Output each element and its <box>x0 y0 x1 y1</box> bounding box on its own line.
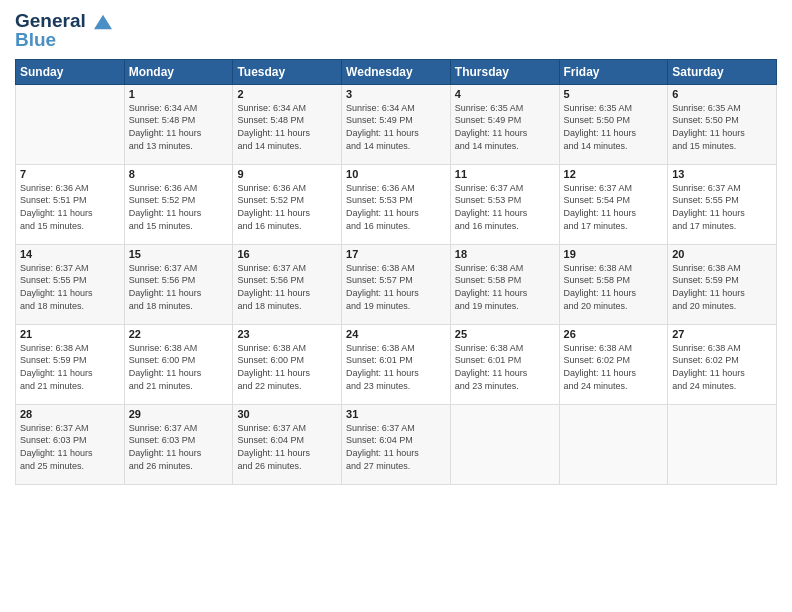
calendar-cell: 19Sunrise: 6:38 AMSunset: 5:58 PMDayligh… <box>559 244 668 324</box>
day-info: Sunrise: 6:37 AMSunset: 5:55 PMDaylight:… <box>672 182 772 232</box>
weekday-header-sunday: Sunday <box>16 59 125 84</box>
day-number: 20 <box>672 248 772 260</box>
logo-blue: Blue <box>15 29 114 51</box>
calendar-cell: 11Sunrise: 6:37 AMSunset: 5:53 PMDayligh… <box>450 164 559 244</box>
day-number: 28 <box>20 408 120 420</box>
week-row-3: 14Sunrise: 6:37 AMSunset: 5:55 PMDayligh… <box>16 244 777 324</box>
weekday-header-wednesday: Wednesday <box>342 59 451 84</box>
calendar-cell: 3Sunrise: 6:34 AMSunset: 5:49 PMDaylight… <box>342 84 451 164</box>
weekday-header-saturday: Saturday <box>668 59 777 84</box>
day-info: Sunrise: 6:38 AMSunset: 5:58 PMDaylight:… <box>564 262 664 312</box>
weekday-header-tuesday: Tuesday <box>233 59 342 84</box>
day-info: Sunrise: 6:36 AMSunset: 5:52 PMDaylight:… <box>237 182 337 232</box>
day-number: 24 <box>346 328 446 340</box>
day-number: 22 <box>129 328 229 340</box>
calendar-cell: 18Sunrise: 6:38 AMSunset: 5:58 PMDayligh… <box>450 244 559 324</box>
day-number: 30 <box>237 408 337 420</box>
page: General Blue SundayMondayTuesdayWednesda… <box>0 0 792 612</box>
calendar-cell <box>668 404 777 484</box>
weekday-header-friday: Friday <box>559 59 668 84</box>
calendar-cell: 13Sunrise: 6:37 AMSunset: 5:55 PMDayligh… <box>668 164 777 244</box>
day-info: Sunrise: 6:37 AMSunset: 5:56 PMDaylight:… <box>237 262 337 312</box>
week-row-1: 1Sunrise: 6:34 AMSunset: 5:48 PMDaylight… <box>16 84 777 164</box>
calendar-cell: 24Sunrise: 6:38 AMSunset: 6:01 PMDayligh… <box>342 324 451 404</box>
day-number: 9 <box>237 168 337 180</box>
calendar-cell: 23Sunrise: 6:38 AMSunset: 6:00 PMDayligh… <box>233 324 342 404</box>
calendar-table: SundayMondayTuesdayWednesdayThursdayFrid… <box>15 59 777 485</box>
calendar-cell: 30Sunrise: 6:37 AMSunset: 6:04 PMDayligh… <box>233 404 342 484</box>
day-info: Sunrise: 6:38 AMSunset: 5:59 PMDaylight:… <box>20 342 120 392</box>
day-info: Sunrise: 6:37 AMSunset: 6:03 PMDaylight:… <box>20 422 120 472</box>
day-number: 31 <box>346 408 446 420</box>
calendar-cell: 31Sunrise: 6:37 AMSunset: 6:04 PMDayligh… <box>342 404 451 484</box>
day-info: Sunrise: 6:36 AMSunset: 5:53 PMDaylight:… <box>346 182 446 232</box>
calendar-cell: 27Sunrise: 6:38 AMSunset: 6:02 PMDayligh… <box>668 324 777 404</box>
calendar-cell: 5Sunrise: 6:35 AMSunset: 5:50 PMDaylight… <box>559 84 668 164</box>
day-info: Sunrise: 6:35 AMSunset: 5:49 PMDaylight:… <box>455 102 555 152</box>
day-number: 18 <box>455 248 555 260</box>
day-info: Sunrise: 6:38 AMSunset: 6:00 PMDaylight:… <box>129 342 229 392</box>
day-number: 21 <box>20 328 120 340</box>
day-info: Sunrise: 6:38 AMSunset: 6:01 PMDaylight:… <box>455 342 555 392</box>
week-row-2: 7Sunrise: 6:36 AMSunset: 5:51 PMDaylight… <box>16 164 777 244</box>
day-number: 4 <box>455 88 555 100</box>
day-number: 23 <box>237 328 337 340</box>
day-info: Sunrise: 6:38 AMSunset: 5:59 PMDaylight:… <box>672 262 772 312</box>
calendar-header: SundayMondayTuesdayWednesdayThursdayFrid… <box>16 59 777 84</box>
day-info: Sunrise: 6:37 AMSunset: 5:54 PMDaylight:… <box>564 182 664 232</box>
day-info: Sunrise: 6:38 AMSunset: 6:02 PMDaylight:… <box>672 342 772 392</box>
day-number: 26 <box>564 328 664 340</box>
calendar-cell: 16Sunrise: 6:37 AMSunset: 5:56 PMDayligh… <box>233 244 342 324</box>
svg-marker-0 <box>94 15 112 29</box>
weekday-header-thursday: Thursday <box>450 59 559 84</box>
calendar-cell: 10Sunrise: 6:36 AMSunset: 5:53 PMDayligh… <box>342 164 451 244</box>
day-number: 16 <box>237 248 337 260</box>
day-info: Sunrise: 6:38 AMSunset: 6:02 PMDaylight:… <box>564 342 664 392</box>
calendar-cell: 15Sunrise: 6:37 AMSunset: 5:56 PMDayligh… <box>124 244 233 324</box>
day-info: Sunrise: 6:38 AMSunset: 6:00 PMDaylight:… <box>237 342 337 392</box>
calendar-cell: 4Sunrise: 6:35 AMSunset: 5:49 PMDaylight… <box>450 84 559 164</box>
calendar-cell: 2Sunrise: 6:34 AMSunset: 5:48 PMDaylight… <box>233 84 342 164</box>
calendar-cell: 9Sunrise: 6:36 AMSunset: 5:52 PMDaylight… <box>233 164 342 244</box>
day-number: 6 <box>672 88 772 100</box>
calendar-body: 1Sunrise: 6:34 AMSunset: 5:48 PMDaylight… <box>16 84 777 484</box>
day-number: 7 <box>20 168 120 180</box>
calendar-cell: 8Sunrise: 6:36 AMSunset: 5:52 PMDaylight… <box>124 164 233 244</box>
calendar-cell: 26Sunrise: 6:38 AMSunset: 6:02 PMDayligh… <box>559 324 668 404</box>
calendar-cell: 22Sunrise: 6:38 AMSunset: 6:00 PMDayligh… <box>124 324 233 404</box>
calendar-cell <box>16 84 125 164</box>
day-info: Sunrise: 6:38 AMSunset: 5:58 PMDaylight:… <box>455 262 555 312</box>
day-number: 11 <box>455 168 555 180</box>
day-info: Sunrise: 6:37 AMSunset: 6:04 PMDaylight:… <box>346 422 446 472</box>
day-info: Sunrise: 6:34 AMSunset: 5:48 PMDaylight:… <box>237 102 337 152</box>
day-number: 10 <box>346 168 446 180</box>
calendar-cell: 20Sunrise: 6:38 AMSunset: 5:59 PMDayligh… <box>668 244 777 324</box>
week-row-4: 21Sunrise: 6:38 AMSunset: 5:59 PMDayligh… <box>16 324 777 404</box>
day-info: Sunrise: 6:37 AMSunset: 5:53 PMDaylight:… <box>455 182 555 232</box>
weekday-row: SundayMondayTuesdayWednesdayThursdayFrid… <box>16 59 777 84</box>
calendar-cell: 28Sunrise: 6:37 AMSunset: 6:03 PMDayligh… <box>16 404 125 484</box>
day-info: Sunrise: 6:35 AMSunset: 5:50 PMDaylight:… <box>672 102 772 152</box>
calendar-cell: 25Sunrise: 6:38 AMSunset: 6:01 PMDayligh… <box>450 324 559 404</box>
calendar-cell: 21Sunrise: 6:38 AMSunset: 5:59 PMDayligh… <box>16 324 125 404</box>
day-info: Sunrise: 6:37 AMSunset: 5:56 PMDaylight:… <box>129 262 229 312</box>
calendar-cell: 29Sunrise: 6:37 AMSunset: 6:03 PMDayligh… <box>124 404 233 484</box>
header: General Blue <box>15 10 777 51</box>
day-number: 5 <box>564 88 664 100</box>
day-info: Sunrise: 6:34 AMSunset: 5:49 PMDaylight:… <box>346 102 446 152</box>
day-info: Sunrise: 6:34 AMSunset: 5:48 PMDaylight:… <box>129 102 229 152</box>
calendar-cell: 12Sunrise: 6:37 AMSunset: 5:54 PMDayligh… <box>559 164 668 244</box>
calendar-cell: 14Sunrise: 6:37 AMSunset: 5:55 PMDayligh… <box>16 244 125 324</box>
calendar-cell: 17Sunrise: 6:38 AMSunset: 5:57 PMDayligh… <box>342 244 451 324</box>
calendar-cell: 6Sunrise: 6:35 AMSunset: 5:50 PMDaylight… <box>668 84 777 164</box>
weekday-header-monday: Monday <box>124 59 233 84</box>
day-number: 14 <box>20 248 120 260</box>
week-row-5: 28Sunrise: 6:37 AMSunset: 6:03 PMDayligh… <box>16 404 777 484</box>
day-number: 3 <box>346 88 446 100</box>
day-number: 27 <box>672 328 772 340</box>
day-number: 13 <box>672 168 772 180</box>
day-info: Sunrise: 6:36 AMSunset: 5:51 PMDaylight:… <box>20 182 120 232</box>
day-info: Sunrise: 6:38 AMSunset: 6:01 PMDaylight:… <box>346 342 446 392</box>
day-number: 1 <box>129 88 229 100</box>
calendar-cell: 1Sunrise: 6:34 AMSunset: 5:48 PMDaylight… <box>124 84 233 164</box>
